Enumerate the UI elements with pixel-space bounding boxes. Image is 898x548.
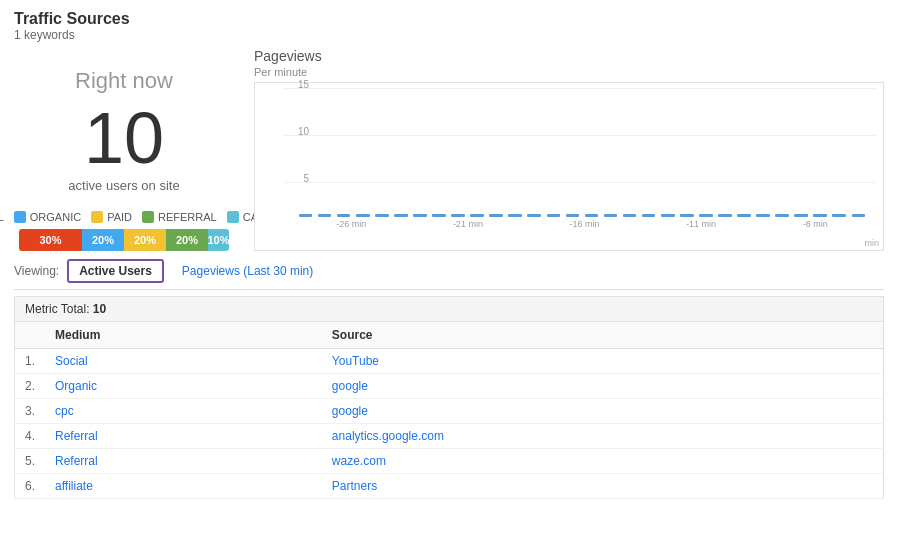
- chart-bar-accent: [680, 214, 694, 217]
- chart-bar-accent: [737, 214, 751, 217]
- row-source[interactable]: waze.com: [322, 449, 884, 474]
- legend-label: SOCIAL: [0, 211, 4, 223]
- chart-bar-accent: [432, 214, 446, 217]
- x-axis-label: -26 min: [336, 219, 366, 229]
- chart-bar-accent: [852, 214, 866, 217]
- chart-bar-accent: [756, 214, 770, 217]
- row-source[interactable]: Partners: [322, 474, 884, 499]
- row-number: 3.: [15, 399, 46, 424]
- chart-bar-accent: [604, 214, 618, 217]
- viewing-section: Viewing: Active Users Pageviews (Last 30…: [14, 259, 884, 290]
- row-number: 5.: [15, 449, 46, 474]
- bar-segment: 20%: [166, 229, 208, 251]
- x-axis-label: -21 min: [453, 219, 483, 229]
- chart-bar-accent: [813, 214, 827, 217]
- bar-segment: 10%: [208, 229, 229, 251]
- chart-bar-accent: [451, 214, 465, 217]
- percentage-bar: 30%20%20%20%10%: [19, 229, 229, 251]
- row-source[interactable]: analytics.google.com: [322, 424, 884, 449]
- metric-total: Metric Total: 10: [14, 296, 884, 321]
- chart-bar-accent: [699, 214, 713, 217]
- data-table: Medium Source 1.SocialYouTube2.Organicgo…: [14, 321, 884, 499]
- chart-subtitle: Per minute: [254, 66, 884, 78]
- legend-item: SOCIAL: [0, 211, 4, 223]
- row-medium[interactable]: Referral: [45, 424, 322, 449]
- col-num: [15, 322, 46, 349]
- chart-bar-accent: [623, 214, 637, 217]
- row-number: 4.: [15, 424, 46, 449]
- row-source[interactable]: google: [322, 374, 884, 399]
- chart-area: 15105-26 min-21 min-16 min-11 min-6 min …: [254, 82, 884, 251]
- page-title: Traffic Sources: [14, 10, 884, 28]
- legend-item: REFERRAL: [142, 211, 217, 223]
- x-axis-label: -6 min: [803, 219, 828, 229]
- table-row: 4.Referralanalytics.google.com: [15, 424, 884, 449]
- grid-line: [285, 88, 875, 89]
- chart-bar-accent: [413, 214, 427, 217]
- row-source[interactable]: YouTube: [322, 349, 884, 374]
- legend-label: REFERRAL: [158, 211, 217, 223]
- metric-value: 10: [93, 302, 106, 316]
- active-label: active users on site: [68, 178, 179, 193]
- x-axis-label: -16 min: [569, 219, 599, 229]
- page-container: Traffic Sources 1 keywords Right now 10 …: [0, 0, 898, 548]
- active-count: 10: [84, 102, 164, 174]
- table-row: 3.cpcgoogle: [15, 399, 884, 424]
- chart-bar-accent: [489, 214, 503, 217]
- bar-segment: 30%: [19, 229, 82, 251]
- chart-bar-accent: [508, 214, 522, 217]
- bar-segment: 20%: [124, 229, 166, 251]
- y-axis-label: 15: [298, 79, 309, 90]
- chart-bar-accent: [566, 214, 580, 217]
- table-row: 1.SocialYouTube: [15, 349, 884, 374]
- chart-bar-accent: [718, 214, 732, 217]
- chart-note: min: [864, 238, 879, 248]
- table-row: 2.Organicgoogle: [15, 374, 884, 399]
- col-medium: Medium: [45, 322, 322, 349]
- table-header-row: Medium Source: [15, 322, 884, 349]
- chart-bar-accent: [585, 214, 599, 217]
- chart-bar-accent: [642, 214, 656, 217]
- row-number: 2.: [15, 374, 46, 399]
- metric-label: Metric Total:: [25, 302, 89, 316]
- chart-bar-accent: [318, 214, 332, 217]
- tab-pageviews[interactable]: Pageviews (Last 30 min): [172, 261, 323, 281]
- chart-bar-accent: [375, 214, 389, 217]
- row-number: 1.: [15, 349, 46, 374]
- row-medium[interactable]: Referral: [45, 449, 322, 474]
- tab-active-users[interactable]: Active Users: [67, 259, 164, 283]
- row-number: 6.: [15, 474, 46, 499]
- right-now-label: Right now: [75, 68, 173, 94]
- chart-bar-accent: [356, 214, 370, 217]
- main-content: Right now 10 active users on site SOCIAL…: [14, 48, 884, 251]
- header: Traffic Sources 1 keywords: [14, 10, 884, 42]
- chart-bar-accent: [661, 214, 675, 217]
- row-medium[interactable]: Social: [45, 349, 322, 374]
- subtitle: 1 keywords: [14, 28, 884, 42]
- x-axis-label: -11 min: [686, 219, 716, 229]
- legend-item: PAID: [91, 211, 132, 223]
- col-source: Source: [322, 322, 884, 349]
- chart-bar-accent: [470, 214, 484, 217]
- table-row: 5.Referralwaze.com: [15, 449, 884, 474]
- row-medium[interactable]: cpc: [45, 399, 322, 424]
- right-panel: Pageviews Per minute 15105-26 min-21 min…: [254, 48, 884, 251]
- chart-inner: 15105-26 min-21 min-16 min-11 min-6 min: [285, 89, 875, 230]
- legend-label: PAID: [107, 211, 132, 223]
- table-row: 6.affiliatePartners: [15, 474, 884, 499]
- legend-label: ORGANIC: [30, 211, 81, 223]
- row-medium[interactable]: Organic: [45, 374, 322, 399]
- legend-dot: [14, 211, 26, 223]
- chart-bar-accent: [547, 214, 561, 217]
- chart-title: Pageviews: [254, 48, 884, 64]
- chart-bar-accent: [337, 214, 351, 217]
- legend-dot: [227, 211, 239, 223]
- legend-dot: [142, 211, 154, 223]
- chart-bar-accent: [527, 214, 541, 217]
- row-source[interactable]: google: [322, 399, 884, 424]
- chart-bar-accent: [394, 214, 408, 217]
- chart-bar-accent: [775, 214, 789, 217]
- x-labels-container: -26 min-21 min-16 min-11 min-6 min: [293, 219, 871, 229]
- row-medium[interactable]: affiliate: [45, 474, 322, 499]
- legend-item: ORGANIC: [14, 211, 81, 223]
